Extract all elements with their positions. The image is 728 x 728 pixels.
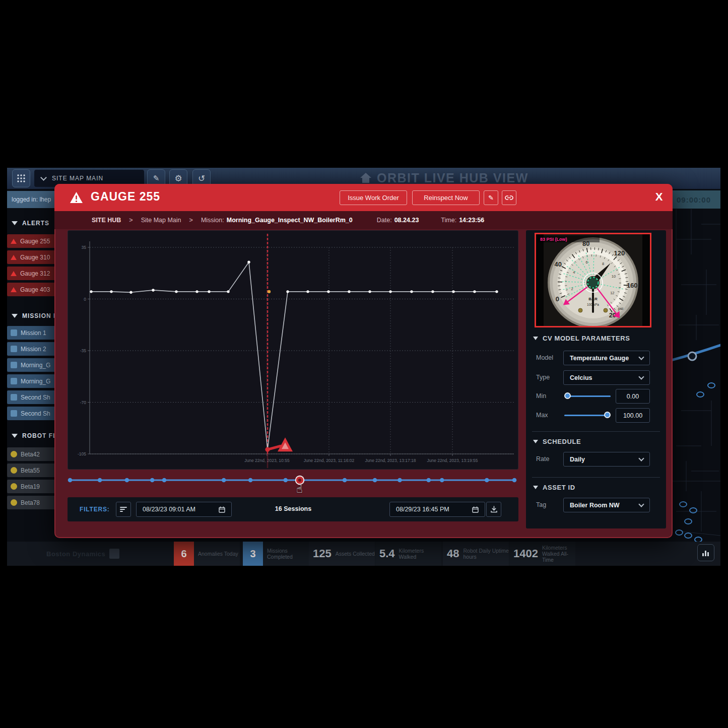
min-slider[interactable] [564,392,611,400]
chevron-down-icon [638,374,644,379]
max-slider-handle[interactable] [604,412,611,418]
mission-icon [11,346,17,352]
gear-icon: ⚙ [174,173,182,183]
link-icon [505,195,513,201]
robot-status-icon [11,499,17,506]
min-label: Min [536,392,546,400]
max-value-box[interactable]: 100.00 [616,408,650,423]
stat-label: Kilometers Walked All-Time [542,545,575,563]
svg-text:-105: -105 [78,451,86,456]
chevron-down-icon [638,455,644,461]
svg-text:40: 40 [555,260,562,268]
alert-item-label: Gauge 255 [20,238,50,245]
rate-value: Daily [570,456,585,463]
start-date-value: 08/23/23 09:01 AM [143,506,195,513]
robot-item-label: Beta78 [21,499,40,506]
stat-value: 48 [447,547,459,560]
robot-item-label: Beta55 [21,467,40,474]
pencil-icon: ✎ [153,174,160,183]
robot-status-icon [11,483,17,490]
copy-link-button[interactable] [502,190,516,205]
edit-gauge-button[interactable]: ✎ [484,190,498,205]
home-icon [360,172,372,183]
close-modal-button[interactable]: X [651,189,667,205]
gauge-photo: 0408012016020024681012BAR100 kPapsi83 PS… [536,234,650,326]
start-date-input[interactable]: 08/23/23 09:01 AM [136,502,232,517]
robot-status-icon [11,467,17,474]
stat-value: 3 [243,542,263,566]
stat-label: Robot Daily Uptime hours [463,548,509,560]
app-grid-button[interactable] [12,169,30,187]
cv-parameters-header[interactable]: CV MODEL PARAMETERS [533,335,630,342]
warning-triangle-icon [11,271,17,276]
collapse-triangle-icon [533,440,538,443]
alert-item-label: Gauge 312 [20,270,50,277]
svg-text:120: 120 [614,249,625,257]
sort-button[interactable] [116,502,131,517]
tag-dropdown[interactable]: Boiler Room NW [563,498,650,512]
gauge-detail-modal: GAUGE 255 Issue Work Order Reinspect Now… [54,184,673,538]
analytics-toggle-button[interactable] [697,544,714,561]
stat-value: 125 [313,547,332,560]
type-dropdown[interactable]: Celcius [563,370,650,385]
end-date-input[interactable]: 08/29/23 16:45 PM [389,502,485,517]
download-icon [491,506,497,513]
stat-value: 6 [174,542,194,566]
schedule-header[interactable]: SCHEDULE [533,438,581,445]
filters-label: FILTERS: [80,506,110,513]
svg-text:4: 4 [573,270,575,275]
alert-item-label: Gauge 310 [20,254,50,261]
svg-text:83 PSI (Low): 83 PSI (Low) [540,237,567,242]
stat-value: 5.4 [379,547,395,560]
inspection-side-panel: 0408012016020024681012BAR100 kPapsi83 PS… [526,230,666,528]
svg-text:0: 0 [556,295,559,303]
svg-text:psi: psi [618,306,623,311]
breadcrumb-map[interactable]: Site Map Main [141,217,181,224]
sessions-line-chart[interactable]: 350-35-70-105June 22nd, 2023, 10:55June … [68,231,518,469]
model-value: Temperature Gauge [570,355,629,362]
rate-dropdown[interactable]: Daily [563,452,650,467]
calendar-icon [219,506,225,513]
screenshot-stage: { "app": { "top_bar": { "site_selector":… [0,0,728,728]
svg-text:-70: -70 [80,400,87,405]
svg-text:35: 35 [82,245,87,250]
max-slider[interactable] [564,412,611,419]
mission-icon [11,362,17,368]
type-label: Type [536,374,550,381]
calendar-icon [472,506,479,513]
date-value: 08.24.23 [394,217,419,224]
stat-label: Anomalies Today [198,551,238,557]
timeline-scrubber[interactable] [68,473,518,488]
svg-text:-35: -35 [80,348,87,353]
alert-item-label: Gauge 403 [20,286,50,293]
min-value-box[interactable]: 0.00 [616,389,650,404]
warning-triangle-icon [11,287,17,292]
stat-tile: 1402Kilometers Walked All-Time [509,542,575,566]
gauge-photo-frame[interactable]: 0408012016020024681012BAR100 kPapsi83 PS… [535,233,651,327]
asset-id-header[interactable]: ASSET ID [533,484,575,491]
pencil-icon: ✎ [488,194,494,202]
clock-display: 09:00:00 [672,190,720,209]
end-date-value: 08/29/23 16:45 PM [396,506,449,513]
stat-label: Missions Completed [267,548,309,560]
mission-item-label: Second Sh [21,394,50,401]
session-count: 16 Sessions [243,505,344,512]
breadcrumb-site[interactable]: SITE HUB [92,217,121,224]
download-button[interactable] [486,502,501,517]
modal-header: GAUGE 255 Issue Work Order Reinspect Now… [54,184,673,211]
svg-text:12: 12 [610,291,614,295]
filters-bar: FILTERS: 08/23/23 09:01 AM 16 Sessions [68,497,518,521]
min-slider-handle[interactable] [564,392,571,399]
session-timeline: ☝ [68,473,518,496]
hand-cursor-icon: ☝ [296,483,303,495]
model-dropdown[interactable]: Temperature Gauge [563,351,650,365]
breadcrumb-separator: > [189,217,193,224]
reinspect-now-button[interactable]: Reinspect Now [412,190,480,205]
robot-status-icon [11,451,17,457]
svg-text:6: 6 [585,260,587,264]
svg-text:0: 0 [84,297,86,302]
sessions-chart-panel: 350-35-70-105June 22nd, 2023, 10:55June … [68,230,518,470]
stat-tile: 5.4Kilometers Walked [375,542,441,566]
issue-work-order-button[interactable]: Issue Work Order [340,190,407,205]
model-label: Model [536,354,553,361]
